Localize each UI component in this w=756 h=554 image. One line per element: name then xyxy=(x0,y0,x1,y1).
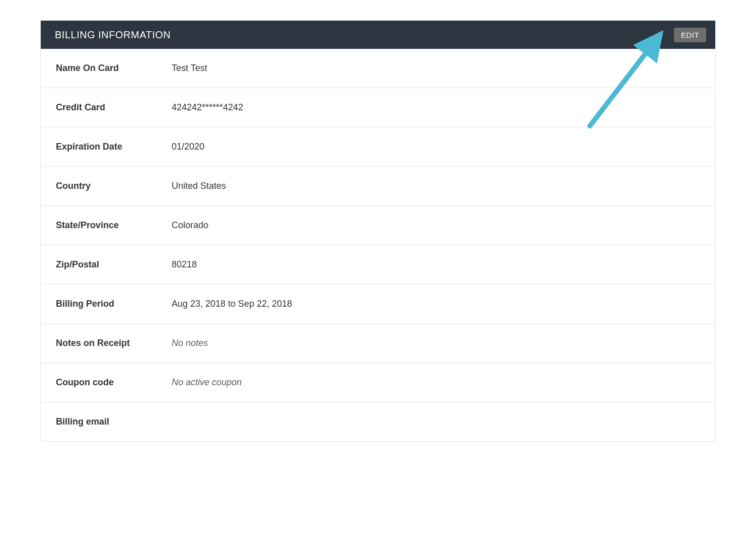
billing-row: Billing PeriodAug 23, 2018 to Sep 22, 20… xyxy=(41,285,715,324)
row-label: Coupon code xyxy=(56,377,172,388)
row-value: Colorado xyxy=(172,220,208,231)
billing-rows: Name On CardTest TestCredit Card424242**… xyxy=(41,49,715,441)
billing-row: Zip/Postal80218 xyxy=(41,245,715,285)
row-label: Billing email xyxy=(56,417,172,427)
row-value: No active coupon xyxy=(172,377,242,388)
billing-row: Notes on ReceiptNo notes xyxy=(41,324,715,363)
row-value: United States xyxy=(172,181,226,191)
row-value: 80218 xyxy=(172,259,197,270)
billing-row: Credit Card424242******4242 xyxy=(41,88,715,127)
row-value: Aug 23, 2018 to Sep 22, 2018 xyxy=(172,299,292,309)
panel-title: BILLING INFORMATION xyxy=(55,29,171,41)
billing-row: Coupon codeNo active coupon xyxy=(41,363,715,402)
billing-row: Expiration Date01/2020 xyxy=(41,127,715,167)
panel-header: BILLING INFORMATION EDIT xyxy=(41,21,715,49)
billing-row: Billing email xyxy=(41,402,715,441)
billing-row: CountryUnited States xyxy=(41,167,715,206)
row-label: Zip/Postal xyxy=(56,259,172,270)
row-value: Test Test xyxy=(172,63,207,74)
edit-button[interactable]: EDIT xyxy=(674,28,706,42)
billing-row: Name On CardTest Test xyxy=(41,49,715,88)
row-label: Expiration Date xyxy=(56,142,172,152)
row-value: No notes xyxy=(172,338,208,349)
row-value: 424242******4242 xyxy=(172,102,243,113)
row-label: Country xyxy=(56,181,172,191)
row-label: Billing Period xyxy=(56,299,172,309)
row-value: 01/2020 xyxy=(172,142,204,152)
row-label: Credit Card xyxy=(56,102,172,113)
billing-row: State/ProvinceColorado xyxy=(41,206,715,245)
billing-info-panel: BILLING INFORMATION EDIT Name On CardTes… xyxy=(40,20,716,442)
row-label: Notes on Receipt xyxy=(56,338,172,349)
row-label: Name On Card xyxy=(56,63,172,74)
row-label: State/Province xyxy=(56,220,172,231)
